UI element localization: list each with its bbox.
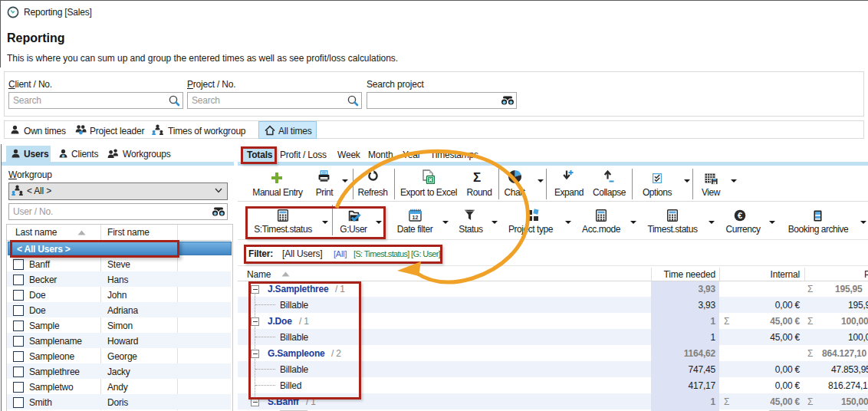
- svg-text:12: 12: [413, 215, 419, 220]
- svg-text:€: €: [738, 211, 742, 220]
